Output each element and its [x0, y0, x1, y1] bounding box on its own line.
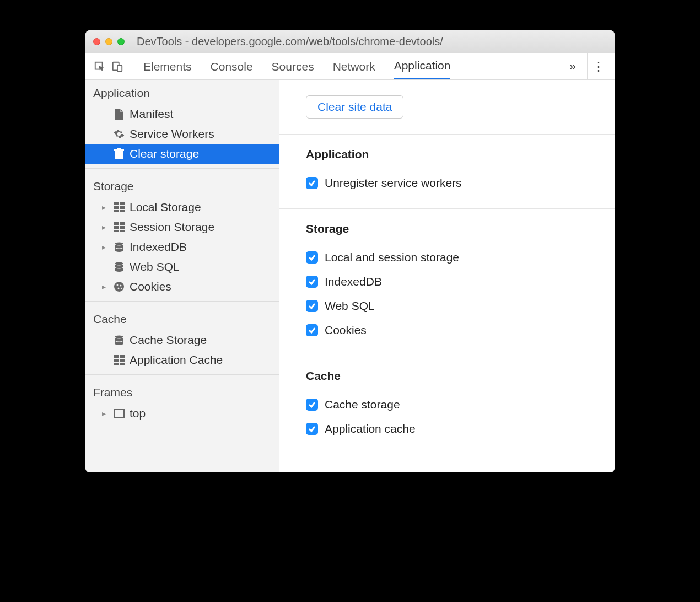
group-title: Storage: [306, 222, 615, 235]
checkbox[interactable]: [306, 324, 318, 336]
tab-elements[interactable]: Elements: [143, 55, 192, 79]
sidebar-item-application-cache[interactable]: Application Cache: [85, 350, 279, 370]
sidebar-item-cache-storage[interactable]: Cache Storage: [85, 330, 279, 350]
traffic-lights: [93, 38, 125, 45]
svg-rect-7: [120, 202, 125, 205]
db-icon: [113, 241, 125, 253]
chevron-right-icon[interactable]: ▸: [102, 282, 109, 291]
svg-rect-6: [114, 202, 119, 205]
svg-rect-11: [120, 210, 125, 212]
sidebar-section-title: Cache: [85, 306, 279, 330]
sidebar-item-clear-storage[interactable]: Clear storage: [85, 144, 279, 164]
sidebar-item-top[interactable]: ▸top: [85, 404, 279, 423]
sidebar-item-label: Local Storage: [130, 201, 201, 214]
checkbox-label: Unregister service workers: [325, 176, 462, 190]
sidebar-section-title: Application: [85, 80, 279, 104]
sidebar-item-session-storage[interactable]: ▸Session Storage: [85, 217, 279, 237]
divider: [85, 301, 279, 302]
checkbox-row: IndexedDB: [306, 270, 615, 294]
tab-console[interactable]: Console: [211, 55, 253, 79]
body: ApplicationManifestService WorkersClear …: [85, 80, 615, 472]
divider: [85, 168, 279, 169]
checkbox-row: Cookies: [306, 318, 615, 342]
inspect-icon[interactable]: [91, 61, 109, 73]
group-application: ApplicationUnregister service workers: [279, 135, 615, 208]
svg-rect-35: [114, 410, 124, 417]
group-storage: StorageLocal and session storageIndexedD…: [279, 209, 615, 356]
checkbox-row: Local and session storage: [306, 245, 615, 270]
chevron-right-icon[interactable]: ▸: [102, 409, 109, 418]
checkbox-label: Application cache: [325, 422, 416, 436]
cookie-icon: [113, 281, 125, 293]
sidebar-item-label: Manifest: [130, 108, 173, 121]
svg-rect-2: [117, 65, 122, 71]
main-panel: Clear site dataApplicationUnregister ser…: [279, 80, 615, 472]
sidebar-item-indexeddb[interactable]: ▸IndexedDB: [85, 237, 279, 257]
close-icon[interactable]: [93, 38, 100, 45]
grid-icon: [113, 201, 125, 213]
checkbox[interactable]: [306, 177, 318, 189]
checkbox-label: IndexedDB: [325, 275, 382, 288]
svg-rect-30: [120, 355, 125, 358]
sidebar-item-label: Web SQL: [130, 260, 180, 273]
checkbox-row: Web SQL: [306, 294, 615, 318]
checkbox[interactable]: [306, 251, 318, 264]
checkbox-row: Unregister service workers: [306, 171, 615, 195]
sidebar-item-label: top: [130, 407, 146, 420]
checkbox-row: Cache storage: [306, 393, 615, 417]
kebab-menu-icon[interactable]: ⋮: [587, 53, 609, 79]
svg-rect-10: [114, 210, 119, 212]
svg-rect-29: [114, 355, 119, 358]
sidebar-item-service-workers[interactable]: Service Workers: [85, 124, 279, 144]
tab-application[interactable]: Application: [394, 53, 451, 79]
checkbox-label: Local and session storage: [325, 251, 459, 264]
window-title: DevTools - developers.google.com/web/too…: [137, 35, 443, 48]
chevron-right-icon[interactable]: ▸: [102, 223, 109, 232]
tab-sources[interactable]: Sources: [272, 55, 314, 79]
tabbar: ElementsConsoleSourcesNetworkApplication…: [85, 53, 615, 80]
sidebar-item-label: IndexedDB: [130, 240, 187, 254]
titlebar: DevTools - developers.google.com/web/too…: [85, 30, 615, 53]
svg-rect-32: [120, 359, 125, 362]
svg-rect-16: [114, 230, 119, 232]
sidebar-item-cookies[interactable]: ▸Cookies: [85, 277, 279, 297]
svg-rect-13: [120, 222, 125, 225]
chevron-right-icon[interactable]: ▸: [102, 203, 109, 212]
minimize-icon[interactable]: [105, 38, 112, 45]
checkbox[interactable]: [306, 276, 318, 288]
clear-site-data-button[interactable]: Clear site data: [306, 95, 403, 119]
tab-network[interactable]: Network: [333, 55, 375, 79]
chevron-right-icon[interactable]: ▸: [102, 243, 109, 251]
checkbox[interactable]: [306, 300, 318, 312]
sidebar-item-label: Cookies: [130, 280, 171, 293]
frame-icon: [113, 407, 125, 420]
svg-point-25: [118, 288, 120, 289]
svg-rect-17: [120, 230, 125, 232]
sidebar-item-local-storage[interactable]: ▸Local Storage: [85, 197, 279, 217]
sidebar-item-web-sql[interactable]: Web SQL: [85, 257, 279, 277]
svg-point-24: [120, 285, 122, 287]
sidebar-item-label: Session Storage: [130, 221, 214, 234]
sidebar-item-manifest[interactable]: Manifest: [85, 104, 279, 124]
svg-rect-15: [120, 226, 125, 229]
device-icon[interactable]: [109, 61, 126, 73]
trash-icon: [113, 148, 125, 160]
svg-rect-5: [117, 148, 121, 150]
sidebar-item-label: Application Cache: [130, 353, 223, 367]
svg-rect-3: [115, 151, 123, 159]
db-icon: [113, 334, 125, 346]
svg-point-23: [117, 284, 119, 286]
group-title: Cache: [306, 369, 615, 383]
sidebar: ApplicationManifestService WorkersClear …: [85, 80, 279, 472]
zoom-icon[interactable]: [117, 38, 125, 45]
checkbox-row: Application cache: [306, 417, 615, 441]
overflow-icon[interactable]: »: [558, 60, 587, 74]
svg-rect-14: [114, 226, 119, 229]
gear-icon: [113, 128, 125, 140]
checkbox-label: Cookies: [325, 324, 367, 337]
checkbox-label: Cache storage: [325, 398, 400, 411]
checkbox[interactable]: [306, 423, 318, 435]
checkbox[interactable]: [306, 399, 318, 411]
file-icon: [113, 108, 125, 120]
group-title: Application: [306, 148, 615, 161]
